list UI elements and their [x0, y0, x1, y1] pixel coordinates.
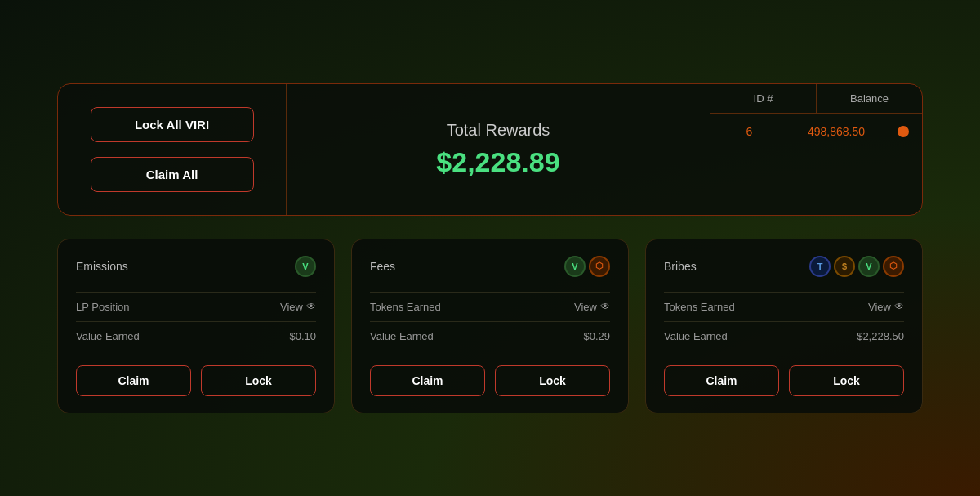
fees-lock-button[interactable]: Lock: [495, 365, 610, 396]
fees-card-header: Fees V ⬡: [370, 256, 610, 277]
emissions-token-v-icon: V: [295, 256, 316, 277]
emissions-value-amount: $0.10: [289, 330, 316, 342]
col-balance-header: Balance: [817, 84, 922, 113]
emissions-view-label: View: [280, 301, 303, 313]
total-rewards-label: Total Rewards: [447, 121, 550, 140]
total-rewards-panel: Total Rewards $2,228.89: [287, 84, 710, 215]
bribes-token-v-icon: V: [858, 256, 880, 277]
emissions-view-link[interactable]: View 👁: [280, 301, 316, 313]
bribes-value-amount: $2,228.50: [857, 330, 904, 342]
fees-tokens-label: Tokens Earned: [370, 301, 441, 313]
emissions-lp-row: LP Position View 👁: [76, 292, 316, 321]
bribes-eye-icon: 👁: [894, 301, 904, 312]
emissions-claim-button[interactable]: Claim: [76, 365, 191, 396]
fees-value-row: Value Earned $0.29: [370, 321, 610, 351]
emissions-card: Emissions V LP Position View 👁 Value Ear…: [57, 239, 335, 413]
bribes-claim-button[interactable]: Claim: [664, 365, 779, 396]
row-id: 6: [724, 125, 775, 138]
emissions-icons: V: [295, 256, 316, 277]
emissions-card-header: Emissions V: [76, 256, 316, 277]
bribes-token-t-icon: T: [809, 256, 831, 277]
cards-row: Emissions V LP Position View 👁 Value Ear…: [57, 239, 923, 413]
emissions-lp-label: LP Position: [76, 301, 130, 313]
emissions-value-label: Value Earned: [76, 330, 140, 342]
bribes-value-label: Value Earned: [664, 330, 728, 342]
bribes-card-buttons: Claim Lock: [664, 365, 904, 396]
top-panel: Lock All VIRI Claim All Total Rewards $2…: [57, 83, 923, 216]
status-dot: [898, 126, 909, 137]
bribes-card-header: Bribes T $ V ⬡: [664, 256, 904, 277]
fees-view-label: View: [574, 301, 597, 313]
bribes-card: Bribes T $ V ⬡ Tokens Earned View 👁 Valu…: [645, 239, 923, 413]
balance-table-header: ID # Balance: [710, 84, 922, 114]
fees-view-link[interactable]: View 👁: [574, 301, 610, 313]
bribes-view-link[interactable]: View 👁: [868, 301, 904, 313]
fees-token-o-icon: ⬡: [589, 256, 610, 277]
bribes-token-s-icon: $: [834, 256, 855, 277]
fees-card-buttons: Claim Lock: [370, 365, 610, 396]
fees-icons: V ⬡: [564, 256, 610, 277]
balance-table: ID # Balance 6 498,868.50: [710, 84, 922, 215]
bribes-icons: T $ V ⬡: [809, 256, 904, 277]
emissions-value-row: Value Earned $0.10: [76, 321, 316, 351]
bribes-value-row: Value Earned $2,228.50: [664, 321, 904, 351]
emissions-eye-icon: 👁: [306, 301, 316, 312]
claim-all-button[interactable]: Claim All: [91, 157, 254, 192]
bribes-token-o-icon: ⬡: [883, 256, 904, 277]
col-id-header: ID #: [710, 84, 817, 113]
bribes-tokens-label: Tokens Earned: [664, 301, 735, 313]
fees-eye-icon: 👁: [600, 301, 610, 312]
emissions-title: Emissions: [76, 260, 128, 273]
bribes-view-label: View: [868, 301, 891, 313]
fees-claim-button[interactable]: Claim: [370, 365, 485, 396]
bribes-lock-button[interactable]: Lock: [789, 365, 904, 396]
fees-tokens-row: Tokens Earned View 👁: [370, 292, 610, 321]
bribes-tokens-row: Tokens Earned View 👁: [664, 292, 904, 321]
fees-card: Fees V ⬡ Tokens Earned View 👁 Value Earn…: [351, 239, 629, 413]
row-balance: 498,868.50: [785, 125, 888, 138]
emissions-lock-button[interactable]: Lock: [201, 365, 316, 396]
total-rewards-value: $2,228.89: [436, 146, 559, 178]
emissions-card-buttons: Claim Lock: [76, 365, 316, 396]
bribes-title: Bribes: [664, 260, 697, 273]
lock-all-viri-button[interactable]: Lock All VIRI: [91, 107, 254, 142]
fees-value-label: Value Earned: [370, 330, 434, 342]
fees-value-amount: $0.29: [583, 330, 610, 342]
fees-title: Fees: [370, 260, 395, 273]
top-left-actions: Lock All VIRI Claim All: [58, 84, 287, 215]
fees-token-v-icon: V: [564, 256, 586, 277]
balance-table-row: 6 498,868.50: [710, 114, 922, 150]
